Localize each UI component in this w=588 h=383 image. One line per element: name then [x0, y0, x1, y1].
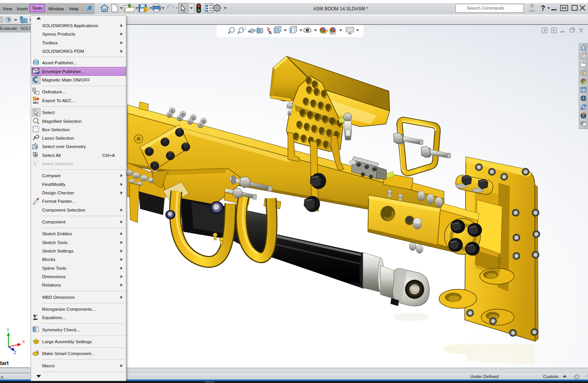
- svg-text:Y: Y: [7, 328, 10, 332]
- svg-text:X: X: [22, 339, 25, 344]
- svg-text:!: !: [145, 8, 146, 12]
- svg-text:?: ?: [541, 4, 545, 12]
- svg-text:SOLI: SOLI: [20, 26, 30, 31]
- svg-text:AEC: AEC: [33, 101, 39, 104]
- svg-text:Z: Z: [14, 350, 16, 355]
- svg-text:Σ: Σ: [33, 313, 38, 321]
- svg-text:A: A: [269, 30, 272, 34]
- svg-text:Evaluate: Evaluate: [0, 26, 17, 31]
